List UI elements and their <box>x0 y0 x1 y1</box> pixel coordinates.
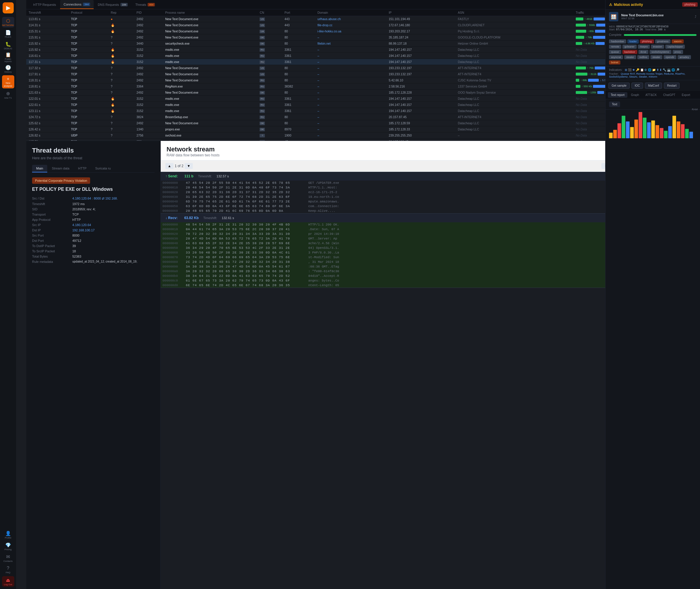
malicious-tag[interactable]: phishing <box>640 39 654 43</box>
sidebar-item-faq[interactable]: ? FAQ <box>2 565 14 575</box>
table-row[interactable]: 122.01 s TCP 🔥 3152 msdtc.exe RU 3361 – … <box>26 96 700 102</box>
table-row[interactable]: 126.42 s TCP ? 1340 propro.exe DE 8970 –… <box>26 126 700 133</box>
table-row[interactable]: 124.72 s TCP ? 3824 BroomSetup.exe RU 80… <box>26 114 700 120</box>
cell-port: 443 <box>282 16 315 22</box>
table-row[interactable]: 127.73 s TCP ● 856 svchost.exe DE 47 – 8… <box>26 139 700 141</box>
table-row[interactable]: 118.31 s TCP ? 2492 New Text Document.ex… <box>26 77 700 83</box>
text-view-tab[interactable]: Text <box>609 102 620 107</box>
malicious-tag[interactable]: evasion <box>651 45 664 49</box>
malicious-tag[interactable]: stealer <box>650 55 662 59</box>
sidebar-item-network[interactable]: ⬡ NETWORK <box>2 17 14 27</box>
table-row[interactable]: 125.62 s TCP ? 2492 New Text Document.ex… <box>26 120 700 126</box>
cell-asn: ATT-INTERNET4 <box>456 114 573 120</box>
cell-pid: 2492 <box>134 28 163 34</box>
hex-bytes: 70 72 20 32 30 32 34 20 31 34 3A 33 39 3… <box>184 232 306 236</box>
cell-asn: Datacheap LLC <box>456 96 573 102</box>
get-sample-button[interactable]: Get sample <box>609 82 630 89</box>
malicious-tag[interactable]: gcleaner <box>623 45 637 49</box>
faq-icon: ? <box>7 566 9 571</box>
stream-prev-button[interactable]: ▲ <box>165 163 174 169</box>
malicious-tag[interactable]: proxy <box>673 50 683 54</box>
malicious-tag[interactable]: stealer <box>624 55 636 59</box>
malicious-tag[interactable]: xworm <box>672 39 684 43</box>
sidebar-item-files[interactable]: 📄 FILES <box>2 29 14 39</box>
restart-button[interactable]: Restart <box>664 82 680 89</box>
sidebar-item-contacts[interactable]: ✉ Contacts <box>2 553 14 563</box>
malicious-tag[interactable]: amadey <box>678 55 691 59</box>
tab-dns-requests[interactable]: DNS Requests 184 <box>94 0 131 9</box>
sidebar-item-debug[interactable]: 🐛 DEBUG <box>2 40 14 51</box>
malicious-tag[interactable]: backdoor <box>623 50 637 54</box>
cell-timeshift: 123.11 s <box>26 108 69 114</box>
field-to-dstip: To DstIP Packet 39 <box>32 244 155 248</box>
malicious-tag[interactable]: hasbomber <box>609 39 626 43</box>
table-row[interactable]: 126.82 s UDP ? 2756 svchost.exe ? 1900 –… <box>26 133 700 139</box>
field-app-protocol: App Protocol HTTP <box>32 218 155 221</box>
table-row[interactable]: 118.81 s TCP ? 3364 RegAsm.exe RU 38382 … <box>26 83 700 89</box>
cell-rep: ? <box>108 120 134 126</box>
malicious-tag[interactable]: 1aplaclsipper <box>665 45 685 49</box>
cell-protocol: TCP <box>69 28 108 34</box>
table-row[interactable]: 113.81 s TCP ● 2492 New Text Document.ex… <box>26 16 700 22</box>
table-row[interactable]: 123.11 s TCP 🔥 3152 msdtc.exe RU 3361 – … <box>26 108 700 114</box>
cell-pid: 3440 <box>134 40 163 47</box>
tab-threats[interactable]: Threats 464 <box>132 0 158 9</box>
complete-label: Complete <box>609 33 622 36</box>
sidebar-item-pricing[interactable]: 💎 Pricing <box>2 541 14 552</box>
table-row[interactable]: 122.61 s TCP 🔥 3152 msdtc.exe RU 3361 – … <box>26 102 700 108</box>
table-row[interactable]: 115.92 s TCP ? 3440 securitycheck.exe DE… <box>26 40 700 47</box>
sidebar-label-faq: FAQ <box>6 572 10 574</box>
sidebar-item-profile[interactable]: 👤 Profile <box>2 530 14 540</box>
tab-text-report[interactable]: Text report <box>608 92 627 98</box>
table-row[interactable]: 115.92 s TCP 🔥 3152 msdtc.exe RU 3361 – … <box>26 47 700 53</box>
malicious-tag[interactable]: redline <box>637 55 649 59</box>
malicious-tag[interactable]: opendir <box>664 55 676 59</box>
cell-timeshift: 115.92 s <box>26 47 69 53</box>
tab-connections[interactable]: Connections 344 <box>60 0 93 9</box>
malicious-tag[interactable]: botnet <box>609 60 620 64</box>
connections-table-scroll[interactable]: Timeshift Protocol Rep PID Process name … <box>26 9 700 141</box>
sidebar-item-history[interactable]: 🕐 History <box>2 63 14 74</box>
malicious-tag[interactable]: socks5systemz <box>650 50 671 54</box>
malicious-tag[interactable]: dcrat <box>639 50 648 54</box>
table-row[interactable]: 116.61 s TCP 🔥 3152 msdtc.exe RU 3361 – … <box>26 53 700 59</box>
table-row[interactable]: 115.31 s TCP 🔥 2492 New Text Document.ex… <box>26 28 700 34</box>
table-row[interactable]: 117.32 s TCP ? 2492 New Text Document.ex… <box>26 65 700 71</box>
table-row[interactable]: 114.31 s TCP 🔥 2492 New Text Document.ex… <box>26 22 700 28</box>
sidebar-item-t1[interactable]: ⊕ new T1 <box>2 89 14 100</box>
threat-tab-http[interactable]: HTTP <box>74 165 91 172</box>
indicators-link[interactable]: ⊞ ⬛ ❖ 🔑 📋 ⚙ 🌐 📁 ⬆ ⬇ 🔧 💻 🌐 🔎 <box>625 68 679 71</box>
tab-export[interactable]: Export <box>679 92 693 98</box>
malicious-tag[interactable]: loader <box>627 39 639 43</box>
table-row[interactable]: 117.31 s TCP 🔥 3152 msdtc.exe RU 3361 – … <box>26 59 700 65</box>
cell-cn: RU <box>257 53 282 59</box>
dns-count-badge: 184 <box>121 3 128 6</box>
cell-process: RegAsm.exe <box>163 83 257 89</box>
cell-process: msdtc.exe <box>163 96 257 102</box>
malicious-tag[interactable]: risepro <box>638 45 650 49</box>
tab-chatgpt[interactable]: ChatGPT <box>660 92 678 98</box>
app-logo[interactable]: ▶ <box>3 2 14 13</box>
threat-tab-main[interactable]: Main <box>32 165 47 172</box>
stream-next-button[interactable]: ▼ <box>185 163 193 169</box>
malicious-tag[interactable]: asyncrat <box>609 55 623 59</box>
malicious-tag[interactable]: quasar <box>609 50 621 54</box>
malicious-tag[interactable]: remote <box>609 45 621 49</box>
threat-tab-suricata[interactable]: Suricata ru <box>91 165 115 172</box>
table-row[interactable]: 121.63 s TCP ? 2492 New Text Document.ex… <box>26 89 700 96</box>
tab-attck[interactable]: ATT&CK <box>643 92 660 98</box>
malconf-button[interactable]: MalConf <box>645 82 662 89</box>
sidebar-item-public-reports[interactable]: 📋 Public reports <box>2 52 14 62</box>
cell-domain: – <box>315 126 386 133</box>
cell-rep: ? <box>108 71 134 77</box>
threat-tab-stream[interactable]: Stream data <box>48 165 73 172</box>
sidebar-item-logout[interactable]: ⏏ Log Out <box>2 576 14 587</box>
table-row[interactable]: 115.91 s TCP ? 2492 New Text Document.ex… <box>26 34 700 40</box>
tab-graph[interactable]: Graph <box>628 92 642 98</box>
ioc-button[interactable]: IOC <box>632 82 643 89</box>
table-row[interactable]: 117.91 s TCP ? 2492 New Text Document.ex… <box>26 71 700 77</box>
malicious-tag[interactable]: greatness <box>655 39 671 43</box>
new-analysis-button[interactable]: + Newanalysis <box>2 75 14 88</box>
tab-http-requests[interactable]: HTTP Requests <box>30 0 59 9</box>
share-button[interactable]: ⤴ <box>695 15 697 18</box>
